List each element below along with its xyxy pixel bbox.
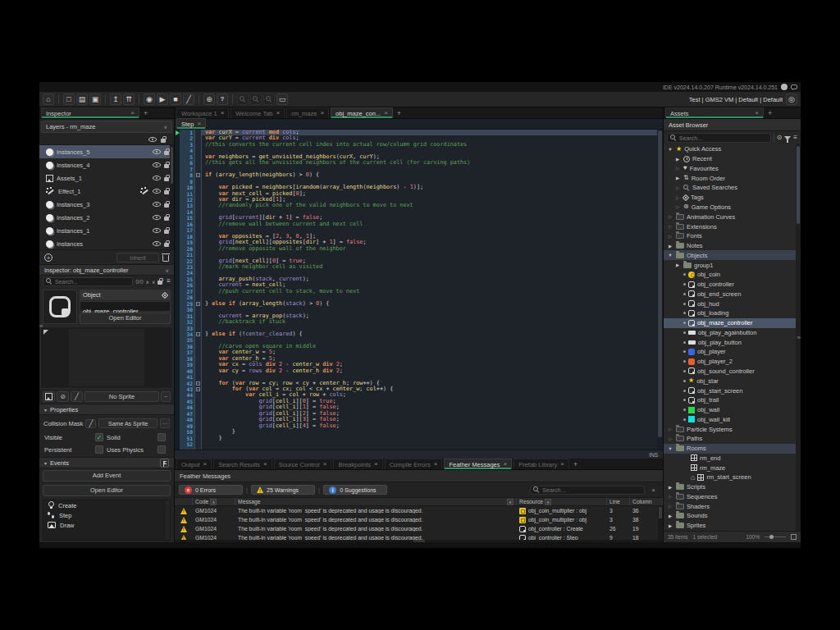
lock-icon[interactable] bbox=[164, 201, 171, 208]
layer-row-instances-4[interactable]: Instances_4 bbox=[39, 158, 174, 171]
asset-tree-item-shaders[interactable]: ▷Shaders bbox=[664, 501, 801, 511]
line-number[interactable]: 22 bbox=[180, 258, 194, 264]
chevron-down-icon[interactable]: ▼ bbox=[667, 446, 673, 451]
line-number[interactable]: 43 bbox=[180, 386, 194, 392]
asset-tree-item-sequences[interactable]: ▷Sequences bbox=[664, 492, 801, 502]
close-icon[interactable]: × bbox=[374, 461, 378, 468]
code-line[interactable]: //push current cell to stack, move to ne… bbox=[202, 289, 663, 294]
tab-source-control[interactable]: Source Control× bbox=[274, 459, 332, 469]
sort-asc-icon[interactable]: ∧ bbox=[507, 499, 514, 505]
code-line[interactable] bbox=[202, 441, 663, 447]
line-number[interactable]: 13 bbox=[180, 203, 194, 208]
mask-menu-button[interactable]: ⋯ bbox=[160, 418, 170, 428]
code-line[interactable]: //this gets all the unvisited neighbors … bbox=[202, 160, 663, 166]
checkbox-visible[interactable]: ✓ bbox=[95, 433, 103, 441]
target-manager-icon[interactable]: ◎ bbox=[786, 94, 797, 105]
layer-row-instances-2[interactable]: Instances_2 bbox=[39, 211, 174, 224]
new-project-icon[interactable]: □ bbox=[63, 94, 75, 105]
line-number[interactable]: 41 bbox=[180, 374, 194, 380]
create-executable-icon[interactable]: ↥ bbox=[110, 94, 121, 105]
layer-row-instances[interactable]: Instances bbox=[39, 237, 174, 249]
code-line[interactable]: //remove wall between current and next c… bbox=[202, 221, 663, 227]
line-number[interactable]: 44 bbox=[180, 392, 194, 398]
event-item-draw[interactable]: Draw bbox=[43, 520, 170, 530]
build-config-label[interactable]: Test | GMS2 VM | Default | Default bbox=[689, 96, 783, 103]
fold-toggle-icon[interactable]: − bbox=[196, 302, 200, 306]
eye-icon[interactable] bbox=[153, 188, 161, 194]
object-sprite-thumbnail[interactable] bbox=[43, 290, 77, 324]
feather-message-row[interactable]: GM1024The built-in variable 'room_speed'… bbox=[175, 524, 663, 533]
line-number[interactable]: 32 bbox=[180, 319, 194, 325]
line-number[interactable]: 47 bbox=[180, 411, 194, 417]
line-number[interactable]: 40 bbox=[180, 368, 194, 374]
chevron-right-icon[interactable]: ▶ bbox=[667, 485, 673, 490]
code-line[interactable]: //backtrack if stuck bbox=[202, 319, 663, 325]
chevron-right-icon[interactable]: ▶ bbox=[667, 514, 673, 518]
fold-toggle-icon[interactable]: − bbox=[196, 173, 200, 177]
asset-tree-item-room-order[interactable]: ▶⇅Room Order bbox=[664, 173, 801, 183]
asset-tree-item-obj-play-button[interactable]: obj_play_button bbox=[664, 337, 801, 347]
lock-icon[interactable] bbox=[164, 188, 171, 195]
line-number[interactable]: 37 bbox=[180, 349, 194, 355]
chevron-right-icon[interactable]: ▷ bbox=[667, 494, 673, 499]
panel-resize-handle[interactable] bbox=[175, 540, 663, 542]
line-number[interactable]: 26 bbox=[180, 282, 194, 288]
asset-tree-item-favourites[interactable]: ▷♥Favourites bbox=[664, 164, 801, 174]
zoom-reset-icon[interactable] bbox=[263, 94, 275, 105]
eye-icon[interactable] bbox=[153, 240, 161, 247]
asset-tree-item-obj-controller[interactable]: obj_controller bbox=[664, 280, 801, 290]
fold-toggle-icon[interactable]: − bbox=[196, 381, 200, 386]
zoom-in-icon[interactable] bbox=[237, 94, 249, 105]
close-icon[interactable]: × bbox=[276, 110, 280, 116]
close-icon[interactable]: × bbox=[504, 461, 508, 468]
stop-icon[interactable]: ■ bbox=[170, 94, 181, 105]
help-icon[interactable]: ? bbox=[217, 94, 228, 105]
asset-tree-item-fonts[interactable]: ▷Fonts bbox=[664, 231, 801, 241]
code-line[interactable]: } bbox=[202, 429, 663, 435]
view-mode-icon[interactable] bbox=[791, 534, 797, 540]
layer-row-instances-3[interactable]: Instances_3 bbox=[39, 198, 174, 211]
asset-tree-item-obj-trail[interactable]: obj_trail bbox=[664, 395, 801, 405]
line-number[interactable]: 27 bbox=[180, 289, 194, 294]
sort-asc-icon[interactable]: ∧ bbox=[210, 499, 217, 505]
asset-tree-item-recent[interactable]: ▶Recent bbox=[664, 154, 801, 164]
search-next-icon[interactable]: ∨ bbox=[152, 279, 155, 285]
lock-icon[interactable] bbox=[164, 240, 171, 248]
open-editor-button[interactable]: Open Editor bbox=[80, 313, 171, 324]
line-number[interactable]: 8 bbox=[180, 172, 194, 178]
chevron-right-icon[interactable]: ▷ bbox=[667, 224, 673, 229]
code-text-area[interactable]: var curX = current mod cols;var curY = c… bbox=[202, 130, 663, 450]
laptop-icon[interactable]: ▭ bbox=[276, 94, 288, 105]
chevron-right-icon[interactable]: ▷ bbox=[667, 436, 673, 441]
flag-icon[interactable] bbox=[160, 459, 169, 468]
tab-output[interactable]: Output× bbox=[176, 459, 212, 469]
code-line[interactable]: } else if (array_length(stack) > 0) { bbox=[202, 301, 663, 307]
code-line[interactable]: //mark neighbor cell as visited bbox=[202, 264, 663, 270]
asset-tree-item-quick-access[interactable]: ▼★Quick Access bbox=[664, 144, 801, 154]
asset-tree-item-sounds[interactable]: ▶Sounds bbox=[664, 511, 801, 521]
close-icon[interactable]: × bbox=[755, 110, 759, 116]
chevron-right-icon[interactable]: ▷ bbox=[667, 427, 673, 431]
tab-rm-maze[interactable]: rm_maze× bbox=[286, 107, 329, 118]
open-project-icon[interactable]: ▤ bbox=[76, 94, 88, 105]
collision-mask-dropdown[interactable]: Same As Sprite bbox=[98, 418, 158, 428]
asset-tree-item-obj-wall[interactable]: obj_wall bbox=[664, 405, 801, 415]
edit-mask-icon[interactable]: ╱ bbox=[85, 419, 96, 428]
chevron-right-icon[interactable]: ▷ bbox=[667, 504, 673, 509]
inspector-search-box[interactable] bbox=[43, 277, 133, 286]
column-header-line[interactable]: Line bbox=[607, 498, 630, 505]
chevron-right-icon[interactable]: ▷ bbox=[674, 166, 681, 171]
sprite-menu-button[interactable]: − bbox=[161, 391, 171, 402]
tag-icon[interactable] bbox=[162, 291, 168, 298]
events-header[interactable]: ▾ Events bbox=[39, 457, 174, 468]
code-line[interactable]: if (array_length(neighbors) > 0) { bbox=[202, 172, 663, 178]
clean-icon[interactable]: ╱ bbox=[183, 94, 194, 105]
edit-sprite-disabled-icon[interactable]: ⊘ bbox=[57, 391, 69, 402]
asset-tree-item-extensions[interactable]: ▷Extensions bbox=[664, 221, 801, 231]
sort-asc-icon[interactable]: ∧ bbox=[545, 499, 551, 505]
asset-tree-item-rooms[interactable]: ▼Rooms bbox=[664, 444, 801, 454]
asset-tree-item-obj-wall-kill[interactable]: obj_wall_kill bbox=[664, 414, 801, 424]
counter-error[interactable]: ×0 Errors bbox=[179, 485, 243, 495]
tab-step-event[interactable]: Step × bbox=[176, 118, 206, 129]
close-icon[interactable]: × bbox=[320, 110, 324, 116]
